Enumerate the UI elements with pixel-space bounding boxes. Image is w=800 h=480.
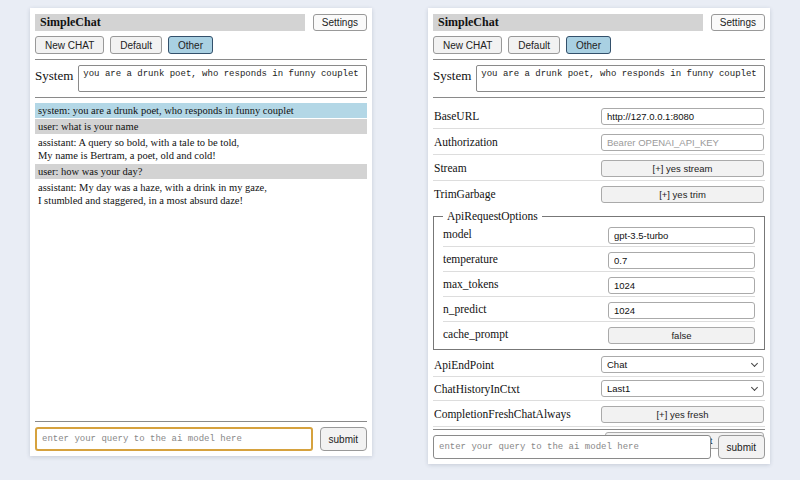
system-prompt-input[interactable]: you are a drunk poet, who responds in fu… [476,65,765,92]
titlebar: SimpleChat Settings [433,14,765,31]
query-input[interactable] [35,427,313,451]
chat-message-assistant: assistant: My day was a haze, with a dri… [35,180,367,208]
model-input[interactable] [608,227,755,244]
stream-label: Stream [434,162,467,174]
chat-message-assistant: assistant: A query so bold, with a tale … [35,135,367,163]
setting-row-model: model [443,222,755,247]
chat-history-selected-value: Last1 [607,383,630,394]
submit-button[interactable]: submit [320,427,367,451]
authorization-label: Authorization [434,136,498,148]
settings-button[interactable]: Settings [711,14,765,31]
new-chat-button[interactable]: New CHAT [433,36,502,54]
max-tokens-input[interactable] [608,277,755,294]
query-input[interactable] [433,435,711,459]
setting-row-authorization: Authorization [433,129,765,155]
api-endpoint-selected-value: Chat [607,359,627,370]
baseurl-input[interactable] [601,108,764,125]
setting-row-cache-prompt: cache_prompt false [443,322,755,346]
desktop-background: SimpleChat Settings New CHAT Default Oth… [0,0,800,480]
trimgarbage-toggle-button[interactable]: [+] yes trim [601,186,764,203]
model-label: model [443,228,472,240]
app-title: SimpleChat [35,14,305,31]
n-predict-label: n_predict [443,303,486,315]
divider [433,97,765,98]
api-request-options-fieldset: ApiRequestOptions model temperature max_… [433,210,765,350]
divider [35,59,367,60]
system-prompt-row: System you are a drunk poet, who respond… [433,65,765,92]
settings-window: SimpleChat Settings New CHAT Default Oth… [428,8,770,464]
setting-row-chat-history: ChatHistoryInCtxt Last1 [433,377,765,401]
settings-button[interactable]: Settings [313,14,367,31]
titlebar: SimpleChat Settings [35,14,367,31]
system-label: System [433,65,471,92]
trimgarbage-label: TrimGarbage [434,188,496,200]
system-label: System [35,65,73,92]
system-prompt-row: System you are a drunk poet, who respond… [35,65,367,92]
session-tab-default[interactable]: Default [110,36,162,54]
session-toolbar: New CHAT Default Other [433,36,765,54]
n-predict-input[interactable] [608,302,755,319]
app-title: SimpleChat [433,14,703,31]
setting-row-baseurl: BaseURL [433,103,765,129]
api-request-options-legend: ApiRequestOptions [443,210,542,222]
query-area: submit [35,416,367,451]
temperature-label: temperature [443,253,498,265]
settings-list: BaseURL Authorization Stream [+] yes str… [433,103,765,452]
stream-toggle-button[interactable]: [+] yes stream [601,160,764,177]
api-endpoint-select[interactable]: Chat [601,356,764,373]
setting-row-trimgarbage: TrimGarbage [+] yes trim [433,181,765,206]
new-chat-button[interactable]: New CHAT [35,36,104,54]
setting-row-api-endpoint: ApiEndPoint Chat [433,353,765,377]
chat-message-user: user: how was your day? [35,164,367,179]
cache-prompt-label: cache_prompt [443,328,508,340]
chat-history-select[interactable]: Last1 [601,380,764,397]
session-tab-other[interactable]: Other [168,36,213,54]
api-endpoint-label: ApiEndPoint [434,359,494,371]
setting-row-max-tokens: max_tokens [443,272,755,297]
temperature-input[interactable] [608,252,755,269]
session-tab-other[interactable]: Other [566,36,611,54]
chat-history-label: ChatHistoryInCtxt [434,383,520,395]
cache-prompt-toggle-button[interactable]: false [608,327,755,344]
system-prompt-input[interactable]: you are a drunk poet, who responds in fu… [78,65,367,92]
max-tokens-label: max_tokens [443,278,499,290]
chevron-down-icon [751,360,758,367]
query-area: submit [433,424,765,459]
baseurl-label: BaseURL [434,110,479,122]
divider [35,421,367,422]
divider [433,429,765,430]
fresh-chat-toggle-button[interactable]: [+] yes fresh [601,406,764,423]
chat-message-system: system: you are a drunk poet, who respon… [35,103,367,118]
submit-button[interactable]: submit [718,435,765,459]
setting-row-n-predict: n_predict [443,297,755,322]
chevron-down-icon [751,384,758,391]
chat-window: SimpleChat Settings New CHAT Default Oth… [30,8,372,456]
chat-message-user: user: what is your name [35,119,367,134]
session-toolbar: New CHAT Default Other [35,36,367,54]
session-tab-default[interactable]: Default [508,36,560,54]
divider [35,97,367,98]
divider [433,59,765,60]
fresh-chat-label: CompletionFreshChatAlways [434,408,571,420]
setting-row-stream: Stream [+] yes stream [433,155,765,181]
chat-message-list: system: you are a drunk poet, who respon… [35,103,367,208]
authorization-input[interactable] [601,134,764,151]
setting-row-temperature: temperature [443,247,755,272]
